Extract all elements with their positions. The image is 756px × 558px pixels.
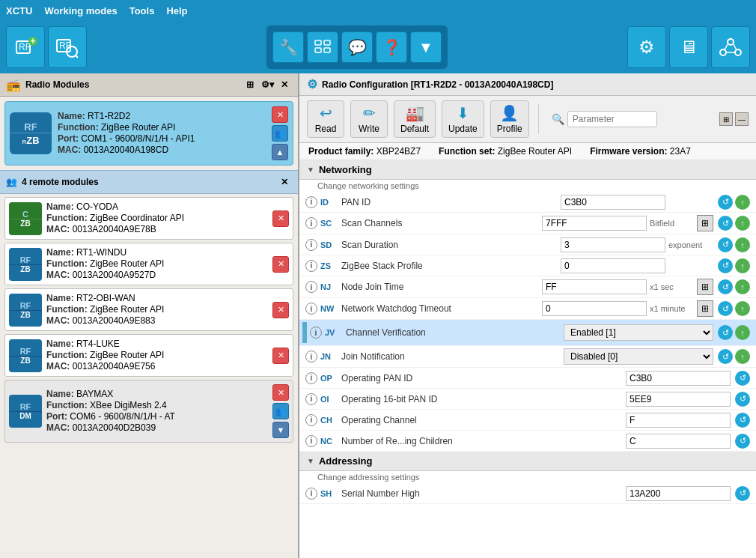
remove-baymax-btn[interactable]: ✕ xyxy=(272,384,289,401)
write-ZS[interactable]: ↑ xyxy=(735,258,750,273)
refresh-OI[interactable]: ↺ xyxy=(735,392,750,407)
input-NC[interactable] xyxy=(626,434,731,449)
select-JV[interactable]: Enabled [1] Disabled [0] xyxy=(564,324,713,341)
input-NJ[interactable] xyxy=(542,279,647,294)
addressing-section-header[interactable]: ▼ Addressing xyxy=(299,452,756,471)
layout-btn[interactable]: ⊞ xyxy=(243,77,257,92)
baymax-module[interactable]: RF DM Name: BAYMAX Function: XBee DigiMe… xyxy=(4,380,293,443)
update-button[interactable]: ⬇ Update xyxy=(442,100,484,138)
settings-dropdown-btn[interactable]: ⚙▾ xyxy=(260,77,275,92)
refresh-ZS[interactable]: ↺ xyxy=(718,258,733,273)
info-ID[interactable]: i xyxy=(305,196,317,208)
menu-help[interactable]: Help xyxy=(166,5,187,16)
input-CH[interactable] xyxy=(626,413,731,428)
info-OP[interactable]: i xyxy=(305,372,317,384)
remote-module-2[interactable]: RF ZB Name: RT2-OBI-WAN Function: ZigBee… xyxy=(4,288,293,331)
remove-remote-1-btn[interactable]: ✕ xyxy=(272,256,289,273)
remote-module-0[interactable]: C ZB Name: CO-YODA Function: ZigBee Coor… xyxy=(4,197,293,240)
firmware-value: 23A7 xyxy=(670,146,691,157)
input-ZS[interactable] xyxy=(561,258,665,273)
default-button[interactable]: 🏭 Default xyxy=(394,100,436,138)
remote-module-3[interactable]: RF ZB Name: RT4-LUKE Function: ZigBee Ro… xyxy=(4,334,293,377)
info-SD[interactable]: i xyxy=(305,239,317,251)
calc-SC[interactable]: ⊞ xyxy=(697,215,713,231)
refresh-SD[interactable]: ↺ xyxy=(718,237,733,252)
info-JN[interactable]: i xyxy=(305,351,317,363)
refresh-JV[interactable]: ↺ xyxy=(718,325,733,340)
input-SH[interactable] xyxy=(626,486,731,501)
refresh-NJ[interactable]: ↺ xyxy=(718,279,733,294)
input-OP[interactable] xyxy=(626,371,731,386)
tools-icon[interactable]: 🔧 xyxy=(272,31,304,63)
calc-NJ[interactable]: ⊞ xyxy=(697,279,713,295)
input-NW[interactable] xyxy=(542,301,647,316)
menu-tools[interactable]: Tools xyxy=(129,5,155,16)
help-icon[interactable]: ❓ xyxy=(376,31,407,63)
info-NC[interactable]: i xyxy=(305,435,317,447)
refresh-CH[interactable]: ↺ xyxy=(735,413,750,428)
local-function: ZigBee Router API xyxy=(101,122,175,133)
svg-line-16 xyxy=(734,44,737,50)
refresh-SC[interactable]: ↺ xyxy=(718,216,733,231)
refresh-OP[interactable]: ↺ xyxy=(735,371,750,386)
frames-icon[interactable] xyxy=(307,31,338,63)
remote-module-1[interactable]: RF ZB Name: RT1-WINDU Function: ZigBee R… xyxy=(4,243,293,285)
write-SC[interactable]: ↑ xyxy=(735,216,750,231)
close-remote-btn[interactable]: ✕ xyxy=(277,175,292,189)
refresh-NC[interactable]: ↺ xyxy=(735,434,750,449)
close-panel-btn[interactable]: ✕ xyxy=(277,77,292,92)
info-SC[interactable]: i xyxy=(305,217,317,229)
info-NJ[interactable]: i xyxy=(305,281,317,293)
dropdown-icon[interactable]: ▼ xyxy=(410,31,442,63)
input-OI[interactable] xyxy=(626,392,731,407)
refresh-ID[interactable]: ↺ xyxy=(718,195,733,210)
chat-icon[interactable]: 💬 xyxy=(341,31,373,63)
write-JN[interactable]: ↑ xyxy=(735,349,750,364)
function-set-value: ZigBee Router API xyxy=(498,146,572,157)
remote-icon-3: RF ZB xyxy=(9,339,42,372)
terminal-button[interactable]: 🖥 xyxy=(669,26,708,68)
add-module-button[interactable]: RF + xyxy=(6,26,45,68)
up-local-btn[interactable]: ▲ xyxy=(272,144,288,160)
input-SC[interactable] xyxy=(542,216,647,231)
write-SD[interactable]: ↑ xyxy=(735,237,750,252)
down-baymax-btn[interactable]: ▼ xyxy=(272,422,289,438)
restore-btn[interactable]: ⊞ xyxy=(719,112,733,126)
menu-working-modes[interactable]: Working modes xyxy=(44,5,117,16)
info-JV[interactable]: i xyxy=(310,327,322,339)
parameter-search-input[interactable] xyxy=(567,111,657,127)
write-button[interactable]: ✏ Write xyxy=(350,100,388,138)
network-button[interactable] xyxy=(711,26,750,68)
info-OI[interactable]: i xyxy=(305,393,317,405)
remove-remote-0-btn[interactable]: ✕ xyxy=(272,210,289,227)
refresh-NW[interactable]: ↺ xyxy=(718,301,733,316)
discover-button[interactable]: RF xyxy=(48,26,87,68)
calc-NW[interactable]: ⊞ xyxy=(697,300,713,317)
info-NW[interactable]: i xyxy=(305,303,317,315)
networking-section-header[interactable]: ▼ Networking xyxy=(299,160,756,180)
remove-local-btn[interactable]: ✕ xyxy=(272,106,288,123)
info-CH[interactable]: i xyxy=(305,414,317,426)
local-module-info: Name: RT1-R2D2 Function: ZigBee Router A… xyxy=(58,111,266,156)
select-JN[interactable]: Disabled [0] Enabled [1] xyxy=(564,348,713,365)
local-module[interactable]: RF RZB Name: RT1-R2D2 Function: ZigBee R… xyxy=(4,101,293,166)
write-ID[interactable]: ↑ xyxy=(735,195,750,210)
write-JV[interactable]: ↑ xyxy=(735,325,750,340)
read-button[interactable]: ↩ Read xyxy=(307,100,344,138)
users-local-btn[interactable]: 👥 xyxy=(272,125,288,142)
remove-remote-3-btn[interactable]: ✕ xyxy=(272,348,289,364)
input-ID[interactable] xyxy=(561,195,665,210)
settings-button[interactable]: ⚙ xyxy=(627,26,666,68)
input-SD[interactable] xyxy=(561,237,665,252)
write-NW[interactable]: ↑ xyxy=(735,301,750,316)
remove-remote-2-btn[interactable]: ✕ xyxy=(272,302,289,318)
refresh-JN[interactable]: ↺ xyxy=(718,349,733,364)
info-SH[interactable]: i xyxy=(305,488,317,500)
info-ZS[interactable]: i xyxy=(305,260,317,272)
write-NJ[interactable]: ↑ xyxy=(735,279,750,294)
profile-button[interactable]: 👤 Profile xyxy=(490,100,529,138)
users-baymax-btn[interactable]: 👥 xyxy=(272,403,289,419)
minimize-btn[interactable]: — xyxy=(735,112,749,126)
menu-app: XCTU xyxy=(6,5,32,16)
refresh-SH[interactable]: ↺ xyxy=(735,486,750,501)
